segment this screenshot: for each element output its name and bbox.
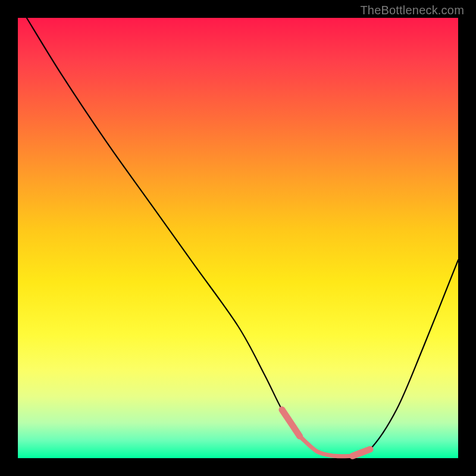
- watermark-text: TheBottleneck.com: [360, 4, 464, 17]
- chart-frame: TheBottleneck.com: [0, 0, 476, 476]
- plot-area: [18, 18, 458, 458]
- bottleneck-curve: [18, 18, 458, 458]
